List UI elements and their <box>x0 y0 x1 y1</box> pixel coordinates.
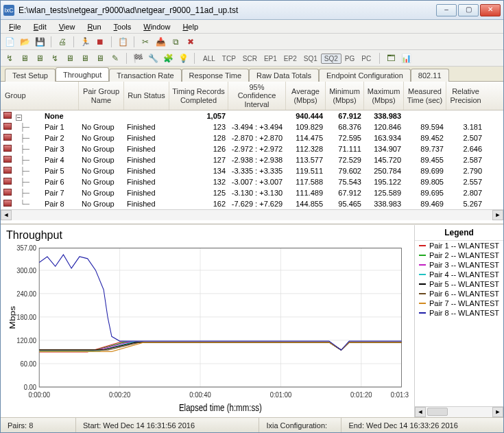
tool-icon-14[interactable]: 📊 <box>400 52 412 65</box>
legend-item[interactable]: Pair 3 -- WLANTEST <box>415 260 503 270</box>
chart-plot: 0.0060.00120.00180.00240.00300.00357.000… <box>6 243 409 414</box>
legend-item[interactable]: Pair 7 -- WLANTEST <box>415 299 503 308</box>
tool-icon-9[interactable]: 🏁 <box>132 52 144 65</box>
cell-relp: 2.790 <box>446 167 485 175</box>
total-label: None <box>42 112 79 120</box>
menu-window[interactable]: Window <box>138 21 176 32</box>
new-icon[interactable]: 📄 <box>3 36 16 48</box>
tab-test-setup[interactable]: Test Setup <box>5 69 56 82</box>
legend-item[interactable]: Pair 4 -- WLANTEST <box>415 270 503 279</box>
tool-icon-12[interactable]: 💡 <box>177 52 189 65</box>
maximize-button[interactable]: ▢ <box>458 4 479 16</box>
menu-file[interactable]: File <box>3 21 27 32</box>
tool-icon-1[interactable]: ↯ <box>3 52 16 65</box>
run-icon[interactable]: 🏃 <box>79 36 91 48</box>
tab-raw-data-totals[interactable]: Raw Data Totals <box>249 69 319 82</box>
tool-icon-5[interactable]: 🖥 <box>64 52 76 65</box>
filter-scr[interactable]: SCR <box>239 54 261 64</box>
table-row[interactable]: └─Pair 8No GroupFinished162-7.629 : +7.6… <box>1 198 503 209</box>
copy-icon[interactable]: 📋 <box>117 36 129 48</box>
table-row[interactable]: ├─Pair 5No GroupFinished134-3.335 : +3.3… <box>1 165 503 176</box>
col-relative-precision[interactable]: Relative Precision <box>446 82 485 110</box>
cell-meas: 89.455 <box>404 156 446 164</box>
menu-edit[interactable]: Edit <box>28 21 52 32</box>
filter-ep2[interactable]: EP2 <box>280 54 300 64</box>
cell-meas: 89.469 <box>404 200 446 208</box>
tool-icon-11[interactable]: 🧩 <box>162 52 174 65</box>
table-total-row[interactable]: −None1,057940.44467.912338.983 <box>1 110 503 121</box>
legend-scrollbar[interactable]: ◄ ► <box>415 406 503 417</box>
col-pair-group[interactable]: Pair Group Name <box>79 82 124 110</box>
cut-icon[interactable]: ✂ <box>139 36 152 48</box>
tool-icon-8[interactable]: ✎ <box>109 52 121 65</box>
duplicate-icon[interactable]: ⧉ <box>169 36 182 48</box>
filter-sq1[interactable]: SQ1 <box>300 54 321 64</box>
filter-ep1[interactable]: EP1 <box>261 54 280 64</box>
minimize-button[interactable]: – <box>436 4 457 16</box>
cell-run-status: Finished <box>124 189 169 197</box>
delete-icon[interactable]: ✖ <box>184 36 197 48</box>
close-button[interactable]: ✕ <box>480 4 501 16</box>
col-measured-time[interactable]: Measured Time (sec) <box>404 82 446 110</box>
tool-icon-10[interactable]: 🔧 <box>147 52 159 65</box>
menu-view[interactable]: View <box>53 21 81 32</box>
scroll-left-icon[interactable]: ◄ <box>1 210 12 220</box>
col-timing-records[interactable]: Timing Records Completed <box>169 82 228 110</box>
print-icon[interactable]: 🖨 <box>56 36 69 48</box>
tab-throughput[interactable]: Throughput <box>56 67 109 81</box>
menu-run[interactable]: Run <box>82 21 106 32</box>
cell-run-status: Finished <box>124 145 169 153</box>
total-min: 67.912 <box>326 112 364 120</box>
table-row[interactable]: ├─Pair 2No GroupFinished128-2.870 : +2.8… <box>1 132 503 143</box>
legend-item[interactable]: Pair 2 -- WLANTEST <box>415 250 503 260</box>
cell-relp: 2.807 <box>446 189 485 197</box>
scroll-left-icon[interactable]: ◄ <box>415 407 426 417</box>
tool-icon-3[interactable]: 🖥 <box>34 52 46 65</box>
tab-response-time[interactable]: Response Time <box>182 69 249 82</box>
cell-min: 72.595 <box>326 134 364 142</box>
tool-icon-6[interactable]: 🖥 <box>79 52 91 65</box>
tab-transaction-rate[interactable]: Transaction Rate <box>109 69 181 82</box>
col-confidence[interactable]: 95% Confidence Interval <box>228 82 286 110</box>
table-row[interactable]: ├─Pair 4No GroupFinished127-2.938 : +2.9… <box>1 154 503 165</box>
tool-icon-2[interactable]: 🖥 <box>19 52 31 65</box>
table-row[interactable]: ├─Pair 1No GroupFinished123-3.494 : +3.4… <box>1 121 503 132</box>
legend-item[interactable]: Pair 5 -- WLANTEST <box>415 279 503 289</box>
open-icon[interactable]: 📂 <box>19 36 31 48</box>
legend-pane: Legend Pair 1 -- WLANTESTPair 2 -- WLANT… <box>414 225 503 417</box>
col-run-status[interactable]: Run Status <box>124 82 169 110</box>
tab-802.11[interactable]: 802.11 <box>411 69 449 82</box>
legend-item[interactable]: Pair 6 -- WLANTEST <box>415 289 503 299</box>
scroll-right-icon[interactable]: ► <box>492 407 503 417</box>
menu-tools[interactable]: Tools <box>108 21 137 32</box>
table-horizontal-scrollbar[interactable]: ◄ ► <box>1 209 503 220</box>
table-row[interactable]: ├─Pair 7No GroupFinished125-3.130 : +3.1… <box>1 187 503 198</box>
paste-icon[interactable]: 📥 <box>154 36 167 48</box>
scroll-right-icon[interactable]: ► <box>492 210 503 220</box>
table-row[interactable]: ├─Pair 6No GroupFinished132-3.007 : +3.0… <box>1 176 503 187</box>
filter-sq2[interactable]: SQ2 <box>321 54 341 64</box>
tool-icon-13[interactable]: 🗔 <box>385 52 397 65</box>
filter-all[interactable]: ALL <box>200 54 219 64</box>
col-group[interactable]: Group <box>1 82 79 110</box>
legend-item[interactable]: Pair 8 -- WLANTEST <box>415 308 503 318</box>
stop-icon[interactable]: ⏹ <box>94 36 106 48</box>
tab-endpoint-configuration[interactable]: Endpoint Configuration <box>319 69 411 82</box>
table-row[interactable]: ├─Pair 3No GroupFinished126-2.972 : +2.9… <box>1 143 503 154</box>
cell-timing: 128 <box>169 134 228 142</box>
status-start: Start: Wed Dec 14 16:31:56 2016 <box>76 418 259 432</box>
menu-help[interactable]: Help <box>177 21 204 32</box>
col-minimum[interactable]: Minimum (Mbps) <box>326 82 364 110</box>
svg-rect-26 <box>39 248 401 388</box>
tool-icon-4[interactable]: ↯ <box>49 52 61 65</box>
cell-relp: 2.557 <box>446 178 485 186</box>
filter-tcp[interactable]: TCP <box>219 54 239 64</box>
col-average[interactable]: Average (Mbps) <box>286 82 326 110</box>
save-icon[interactable]: 💾 <box>34 36 46 48</box>
tool-icon-7[interactable]: 🖥 <box>94 52 106 65</box>
filter-pg[interactable]: PG <box>341 54 358 64</box>
legend-item[interactable]: Pair 1 -- WLANTEST <box>415 241 503 250</box>
col-maximum[interactable]: Maximum (Mbps) <box>364 82 404 110</box>
filter-pc[interactable]: PC <box>358 54 374 64</box>
status-ixia: Ixia Configuration: <box>259 418 341 432</box>
